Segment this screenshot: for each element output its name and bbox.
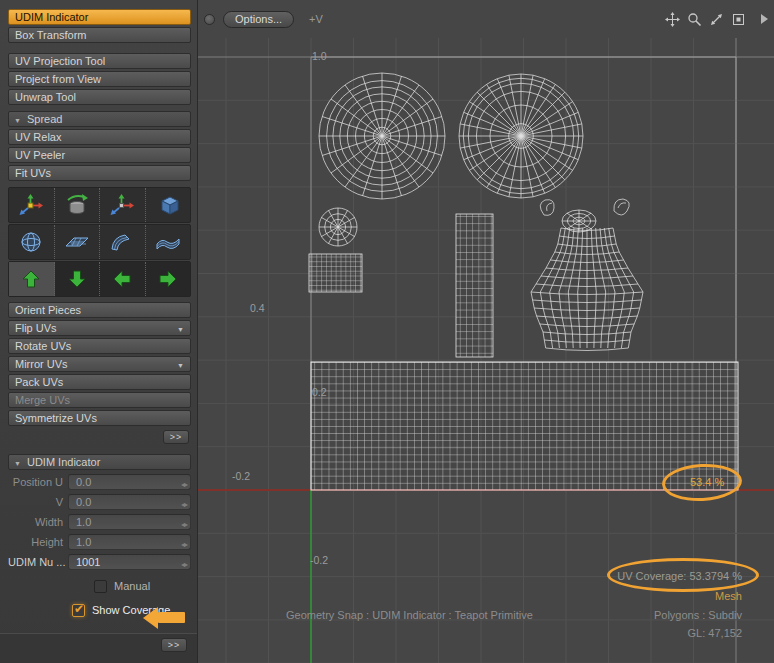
field-value: 1.0	[76, 536, 181, 548]
tool-button-fit-uvs[interactable]: Fit UVs	[8, 165, 191, 181]
bend-project-button[interactable]	[100, 225, 146, 259]
dropdown-arrow-icon	[177, 358, 184, 370]
op-button-pack-uvs[interactable]: Pack UVs	[8, 374, 191, 390]
plane-grid-icon	[63, 230, 91, 254]
more-tools-button[interactable]: >>	[163, 430, 189, 444]
op-button-flip-uvs[interactable]: Flip UVs	[8, 320, 191, 336]
shift-left-button[interactable]	[100, 262, 146, 296]
green-right-arrow-icon	[158, 269, 178, 289]
viewport-toolbar: Options... +V	[204, 9, 770, 29]
sidebar-bottom-bar: >>	[0, 633, 197, 663]
tick-label-v04: 0.4	[250, 302, 265, 314]
panel-arrow-icon[interactable]	[761, 14, 768, 24]
show-coverage-checkbox[interactable]	[72, 604, 85, 617]
shift-up-button[interactable]	[9, 262, 55, 296]
cube-map-tool-button[interactable]	[146, 188, 191, 222]
position-u-label: Position U	[8, 476, 68, 488]
mesh-item-label: Mesh	[715, 590, 742, 602]
move-arrows-icon	[17, 193, 45, 217]
op-button-orient-pieces[interactable]: Orient Pieces	[8, 302, 191, 318]
frame-icon[interactable]	[731, 12, 746, 27]
op-button-symmetrize-uvs[interactable]: Symmetrize UVs	[8, 410, 191, 426]
plane-project-button[interactable]	[55, 225, 101, 259]
tool-label: Fit UVs	[15, 167, 184, 179]
width-label: Width	[8, 516, 68, 528]
annotation-circle-uv-coverage	[607, 558, 759, 592]
tool-label: Box Transform	[15, 29, 184, 41]
op-label: Orient Pieces	[15, 304, 184, 316]
tool-label: UDIM Indicator	[15, 11, 184, 23]
position-v-field[interactable]: 0.0	[68, 494, 191, 510]
maximize-icon[interactable]	[709, 12, 724, 27]
mini-slider-icon[interactable]	[181, 493, 187, 511]
box-column-mesh	[456, 214, 493, 357]
shift-right-button[interactable]	[146, 262, 191, 296]
move-uv-tool-button[interactable]	[9, 188, 55, 222]
field-value: 1001	[76, 556, 181, 568]
tool-label: Project from View	[15, 73, 184, 85]
dropdown-arrow-icon	[177, 322, 184, 334]
tool-button-uv-peeler[interactable]: UV Peeler	[8, 147, 191, 163]
tool-sidebar: UDIM Indicator Box Transform UV Projecti…	[0, 0, 197, 663]
op-label: Mirror UVs	[15, 358, 177, 370]
viewport-nav-icons	[665, 12, 746, 27]
rotate-cylinder-icon	[63, 193, 91, 217]
op-label: Flip UVs	[15, 322, 177, 334]
position-v-label: V	[8, 496, 68, 508]
v-axis-label: +V	[309, 13, 323, 25]
udim-number-label: UDIM Nu ...	[8, 556, 68, 568]
green-down-arrow-icon	[67, 269, 87, 289]
mini-slider-icon[interactable]	[181, 553, 187, 571]
tick-label-u-neg02: -0.2	[232, 470, 250, 482]
udim-number-field[interactable]: 1001	[68, 554, 191, 570]
tick-label-v1: 1.0	[312, 50, 327, 62]
field-value: 1.0	[76, 516, 181, 528]
collapse-triangle-icon	[14, 113, 27, 125]
tool-button-box-transform[interactable]: Box Transform	[8, 27, 191, 43]
wave-project-button[interactable]	[146, 225, 191, 259]
position-u-field[interactable]: 0.0	[68, 474, 191, 490]
curved-fan-icon	[108, 230, 136, 254]
op-label: Pack UVs	[15, 376, 184, 388]
sphere-project-button[interactable]	[9, 225, 55, 259]
tool-icon-row-primitives	[8, 224, 191, 260]
spread-header-label: Spread	[27, 113, 62, 125]
mini-slider-icon[interactable]	[181, 473, 187, 491]
rotate-uv-tool-button[interactable]	[55, 188, 101, 222]
udim-panel-header[interactable]: UDIM Indicator	[8, 454, 191, 470]
tool-label: UV Relax	[15, 131, 184, 143]
cube-icon	[154, 193, 182, 217]
tool-icon-row-arrows	[8, 261, 191, 297]
mini-slider-icon[interactable]	[181, 533, 187, 551]
op-button-rotate-uvs[interactable]: Rotate UVs	[8, 338, 191, 354]
mini-slider-icon[interactable]	[181, 513, 187, 531]
pan-icon[interactable]	[665, 12, 680, 27]
spread-section-header[interactable]: Spread	[8, 111, 191, 127]
tool-button-project-from-view[interactable]: Project from View	[8, 71, 191, 87]
manual-checkbox[interactable]	[94, 580, 107, 593]
op-button-mirror-uvs[interactable]: Mirror UVs	[8, 356, 191, 372]
tool-button-uv-relax[interactable]: UV Relax	[8, 129, 191, 145]
zoom-icon[interactable]	[687, 12, 702, 27]
tool-icon-row-transform	[8, 187, 191, 223]
height-field[interactable]: 1.0	[68, 534, 191, 550]
tool-label: UV Peeler	[15, 149, 184, 161]
viewport-menu-dot-button[interactable]	[204, 14, 215, 25]
shift-down-button[interactable]	[55, 262, 101, 296]
field-value: 0.0	[76, 476, 181, 488]
panel-more-button[interactable]: >>	[161, 638, 187, 652]
tool-button-uv-projection[interactable]: UV Projection Tool	[8, 53, 191, 69]
op-label: Rotate UVs	[15, 340, 184, 352]
options-button[interactable]: Options...	[223, 11, 294, 28]
manual-checkbox-label: Manual	[114, 580, 150, 592]
width-field[interactable]: 1.0	[68, 514, 191, 530]
axis-arrows-icon	[108, 193, 136, 217]
tool-button-unwrap[interactable]: Unwrap Tool	[8, 89, 191, 105]
wavy-grid-icon	[154, 230, 182, 254]
sphere-wire-icon	[18, 230, 44, 254]
green-left-arrow-icon	[112, 269, 132, 289]
tool-button-udim-indicator[interactable]: UDIM Indicator	[8, 9, 191, 25]
scale-uv-tool-button[interactable]	[100, 188, 146, 222]
udim-header-label: UDIM Indicator	[27, 456, 100, 468]
mode-status-label: Polygons : Subdiv	[654, 609, 742, 621]
